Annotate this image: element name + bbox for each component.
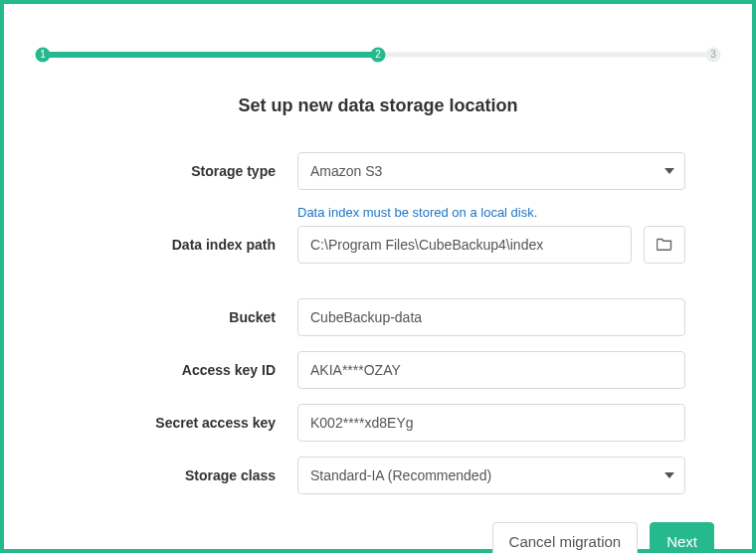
progress-stepper: 1 2 3 (36, 47, 720, 62)
stepper-fill (36, 52, 378, 58)
next-button[interactable]: Next (650, 522, 714, 553)
browse-folder-button[interactable] (644, 226, 685, 264)
storage-class-row: Storage class Standard-IA (Recommended) (36, 457, 720, 494)
secret-key-input[interactable] (297, 404, 685, 442)
page-title: Set up new data storage location (36, 95, 720, 116)
data-index-path-label: Data index path (36, 237, 297, 253)
folder-icon (657, 237, 672, 254)
step-2-dot: 2 (371, 47, 386, 62)
index-hint: Data index must be stored on a local dis… (297, 205, 537, 220)
data-index-path-input[interactable] (297, 226, 632, 264)
bucket-row: Bucket (36, 298, 720, 336)
bucket-input[interactable] (297, 298, 685, 336)
storage-class-label: Storage class (36, 467, 297, 483)
storage-type-row: Storage type Amazon S3 (36, 152, 720, 190)
step-1-dot: 1 (36, 47, 51, 62)
storage-class-select[interactable]: Standard-IA (Recommended) (297, 457, 685, 494)
data-index-path-row: Data index path (36, 226, 720, 264)
index-hint-row: Data index must be stored on a local dis… (36, 205, 720, 220)
action-bar: Cancel migration Next (36, 522, 720, 553)
cancel-button[interactable]: Cancel migration (492, 522, 639, 553)
storage-type-label: Storage type (36, 163, 297, 179)
storage-type-select[interactable]: Amazon S3 (297, 152, 685, 190)
access-key-row: Access key ID (36, 351, 720, 389)
secret-key-label: Secret access key (36, 415, 297, 431)
step-3-dot: 3 (706, 47, 721, 62)
access-key-label: Access key ID (36, 362, 297, 378)
wizard-frame: 1 2 3 Set up new data storage location S… (0, 0, 756, 553)
secret-key-row: Secret access key (36, 404, 720, 442)
bucket-label: Bucket (36, 309, 297, 325)
access-key-input[interactable] (297, 351, 685, 389)
